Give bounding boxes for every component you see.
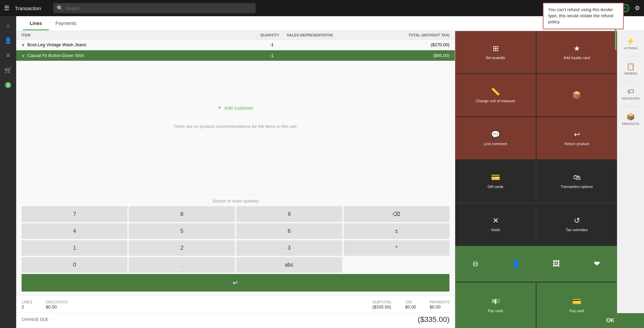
- payments-label: PAYMENTS: [430, 300, 449, 304]
- search-bar[interactable]: 🔍: [53, 3, 256, 13]
- far-right-actions[interactable]: ⚡ ACTIONS: [617, 34, 644, 53]
- return-icon-button[interactable]: 📦: [536, 74, 617, 116]
- transaction-options-button[interactable]: 🛍 Transaction options: [536, 160, 617, 202]
- numpad-6[interactable]: 6: [236, 223, 342, 239]
- change-due-label: CHANGE DUE: [22, 317, 49, 322]
- sidebar-item-menu[interactable]: ≡: [1, 49, 15, 62]
- products-label: PRODUCTS: [622, 122, 639, 126]
- item-quantity: -1: [255, 42, 289, 47]
- left-panel: ITEM QUANTITY SALES REPRESENTATIVE TOTAL…: [16, 31, 455, 328]
- table-row[interactable]: ∨ Boot-Leg Vintage Wash Jeans -1 ($270.0…: [16, 39, 455, 50]
- settings-icon[interactable]: ⚙: [635, 4, 640, 12]
- search-hint: Search or enter quantity: [22, 198, 449, 203]
- change-unit-button[interactable]: 📏 Change unit of measure: [455, 74, 536, 116]
- search-input[interactable]: [66, 6, 252, 11]
- payments-item: PAYMENTS $0.00: [430, 299, 449, 309]
- numpad-0[interactable]: 0: [22, 257, 127, 273]
- numpad-enter[interactable]: ↵: [22, 274, 449, 292]
- discount-button[interactable]: ⊖: [455, 246, 496, 281]
- numpad-1[interactable]: 1: [22, 240, 127, 256]
- change-due-amount: ($335.00): [418, 315, 449, 324]
- left-sidebar: ⌂ 👤 ≡ 🛒 2: [0, 16, 16, 328]
- far-right-discounts[interactable]: 🏷 DISCOUNTS: [617, 84, 644, 104]
- line-comment-button[interactable]: 💬 Line comment: [455, 117, 536, 159]
- far-right-orders[interactable]: 📋 ORDERS: [617, 59, 644, 79]
- far-right-sidebar: ⚡ ACTIONS 📋 ORDERS 🏷 DISCOUNTS 📦 PRODUCT…: [617, 31, 644, 328]
- item-total: ($270.00): [402, 42, 449, 47]
- tax-value: $0.00: [405, 304, 416, 309]
- tax-label: TAX: [405, 300, 412, 304]
- col-header-quantity: QUANTITY: [253, 33, 287, 37]
- return-product-label: Return product: [564, 142, 589, 146]
- tax-overrides-icon: ↺: [574, 216, 580, 225]
- return-product-button[interactable]: ↩ Return product: [536, 117, 617, 159]
- sidebar-item-home[interactable]: ⌂: [1, 19, 15, 32]
- tab-lines[interactable]: Lines: [23, 17, 49, 30]
- add-customer-label: Add customer: [224, 105, 253, 111]
- numpad-9[interactable]: 9: [236, 206, 342, 222]
- numpad-backspace[interactable]: ⌫: [344, 206, 449, 222]
- totals-row: LINES 2 DISCOUNTS $0.00 SUBTOTAL ($335.0…: [22, 299, 449, 309]
- lines-value: 2: [22, 304, 32, 309]
- actions-icon: ⚡: [626, 37, 635, 45]
- subtotal-label: SUBTOTAL: [373, 300, 392, 304]
- numpad-plusminus[interactable]: ±: [344, 223, 449, 239]
- chevron-icon: ∨: [22, 53, 25, 58]
- gift-cards-button[interactable]: 💳 Gift cards: [455, 160, 536, 202]
- ok-button[interactable]: OK: [577, 313, 644, 328]
- numpad-8[interactable]: 8: [129, 206, 235, 222]
- discounts-label: DISCOUNTS: [622, 97, 640, 100]
- transaction-options-label: Transaction options: [561, 185, 593, 189]
- tax-overrides-button[interactable]: ↺ Tax overrides: [536, 203, 617, 245]
- no-recommendations-text: There are no product recommendations for…: [16, 117, 455, 136]
- numpad-multiply[interactable]: *: [344, 240, 449, 256]
- discount-icon: ⊖: [472, 259, 478, 268]
- loyalty-card-icon: ★: [574, 44, 580, 53]
- hamburger-icon[interactable]: ☰: [4, 4, 9, 12]
- table-row[interactable]: ∨ Casual Fit Button-Down Shirt -1 ($65.0…: [16, 50, 455, 61]
- numpad-5[interactable]: 5: [129, 223, 235, 239]
- card-image-button[interactable]: 🖼: [536, 246, 577, 281]
- plus-icon: +: [217, 104, 222, 112]
- add-loyalty-card-button[interactable]: ★ Add loyalty card: [536, 31, 617, 73]
- numpad-3[interactable]: 3: [236, 240, 342, 256]
- totals-right: SUBTOTAL ($335.00) TAX $0.00 PAYMENTS $0…: [373, 299, 450, 309]
- voids-button[interactable]: ✕ Voids: [455, 203, 536, 245]
- sidebar-divider: [623, 81, 639, 82]
- tab-payments[interactable]: Payments: [49, 17, 83, 30]
- set-quantity-button[interactable]: ⊞ Set quantity: [455, 31, 536, 73]
- numpad-decimal[interactable]: .: [129, 257, 235, 273]
- tax-overrides-label: Tax overrides: [566, 228, 588, 232]
- sidebar-item-users[interactable]: 👤: [1, 34, 15, 47]
- heart-button[interactable]: ❤: [577, 246, 617, 281]
- transaction-options-icon: 🛍: [573, 173, 581, 182]
- pay-card-icon: 💳: [572, 297, 581, 306]
- return-box-icon: 📦: [572, 91, 581, 100]
- sidebar-item-cart[interactable]: 🛒: [1, 63, 15, 77]
- card-image-icon: 🖼: [553, 259, 560, 268]
- content-area: ITEM QUANTITY SALES REPRESENTATIVE TOTAL…: [16, 31, 644, 328]
- far-right-products[interactable]: 📦 PRODUCTS: [617, 109, 644, 129]
- sidebar-divider: [623, 106, 639, 107]
- add-loyalty-card-label: Add loyalty card: [563, 56, 590, 60]
- add-customer-button[interactable]: + Add customer: [16, 99, 455, 117]
- discounts-icon: 🏷: [627, 88, 634, 95]
- lines-total: LINES 2: [22, 299, 32, 309]
- sidebar-item-badge[interactable]: 2: [1, 78, 15, 92]
- col-header-sales-rep: SALES REPRESENTATIVE: [287, 33, 402, 37]
- products-icon: 📦: [626, 113, 635, 121]
- discounts-label: DISCOUNTS: [46, 300, 68, 304]
- payments-value: $0.00: [430, 304, 449, 309]
- chevron-icon: ∨: [22, 43, 25, 47]
- voids-icon: ✕: [493, 216, 499, 225]
- badge-count: 2: [5, 82, 11, 88]
- change-unit-icon: 📏: [491, 87, 500, 96]
- numpad-7[interactable]: 7: [22, 206, 127, 222]
- numpad-2[interactable]: 2: [129, 240, 235, 256]
- orders-icon: 📋: [626, 62, 635, 71]
- pay-cash-button[interactable]: 💵 Pay cash: [455, 282, 536, 328]
- return-product-icon: ↩: [574, 130, 580, 139]
- numpad-4[interactable]: 4: [22, 223, 127, 239]
- numpad-abc[interactable]: abc: [236, 257, 342, 273]
- customer-button[interactable]: 👤: [496, 246, 536, 281]
